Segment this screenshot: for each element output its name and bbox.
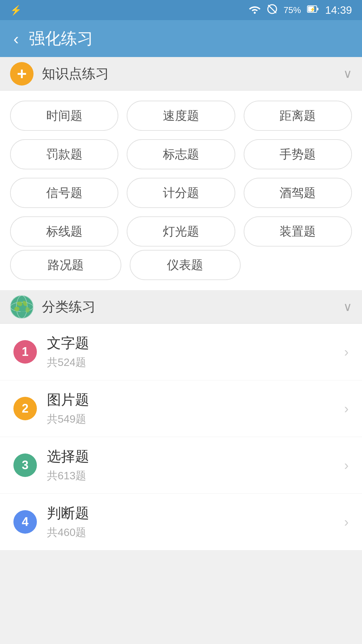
tag-btn-marking[interactable]: 标线题: [10, 216, 118, 247]
category-count-1: 共524题: [47, 355, 344, 370]
tag-btn-speed[interactable]: 速度题: [127, 101, 235, 131]
back-button[interactable]: ‹: [13, 30, 19, 48]
category-arrow-3: ›: [344, 458, 349, 473]
section1-chevron: ∨: [343, 67, 352, 81]
category-info-4: 判断题 共460题: [47, 504, 344, 540]
section1-label: 知识点练习: [42, 64, 335, 83]
section1-header[interactable]: + 知识点练习 ∨: [0, 57, 362, 91]
category-num-2: 2: [13, 397, 37, 420]
tag-btn-distance[interactable]: 距离题: [244, 101, 352, 131]
tag-btn-time[interactable]: 时间题: [10, 101, 118, 131]
category-name-4: 判断题: [47, 504, 344, 523]
section2-label: 分类练习: [42, 298, 335, 316]
category-count-3: 共613题: [47, 469, 344, 483]
category-num-1: 1: [13, 340, 37, 364]
section2-chevron: ∨: [343, 300, 352, 314]
category-info-3: 选择题 共613题: [47, 447, 344, 483]
tag-btn-gesture[interactable]: 手势题: [244, 139, 352, 169]
tag-btn-score[interactable]: 计分题: [127, 178, 235, 208]
category-num-4: 4: [13, 510, 37, 534]
svg-rect-4: [317, 8, 318, 10]
category-item-1[interactable]: 1 文字题 共524题 ›: [0, 324, 362, 380]
category-list: 1 文字题 共524题 › 2 图片题 共549题 › 3 选择题 共613题 …: [0, 324, 362, 550]
battery-text: 75%: [284, 5, 301, 15]
category-info-1: 文字题 共524题: [47, 334, 344, 370]
tag-row-partial: 路况题 仪表题: [0, 250, 362, 290]
no-sim-icon: [267, 4, 278, 17]
tag-btn-signal[interactable]: 信号题: [10, 178, 118, 208]
category-arrow-2: ›: [344, 401, 349, 416]
usb-icon: ⚡: [10, 5, 22, 16]
section2-header[interactable]: 分类练习 ∨: [0, 290, 362, 324]
tag-btn-instrument[interactable]: 仪表题: [130, 250, 241, 280]
category-name-3: 选择题: [47, 447, 344, 466]
category-count-4: 共460题: [47, 525, 344, 540]
category-item-3[interactable]: 3 选择题 共613题 ›: [0, 437, 362, 494]
status-time: 14:39: [325, 4, 352, 16]
category-info-2: 图片题 共549题: [47, 390, 344, 427]
category-item-4[interactable]: 4 判断题 共460题 ›: [0, 494, 362, 550]
globe-icon: [10, 295, 34, 319]
tag-btn-fine[interactable]: 罚款题: [10, 139, 118, 169]
battery-icon: ⚡: [307, 4, 319, 16]
page-title: 强化练习: [29, 28, 93, 49]
category-name-1: 文字题: [47, 334, 344, 353]
category-arrow-4: ›: [344, 515, 349, 530]
category-arrow-1: ›: [344, 344, 349, 360]
tag-btn-light[interactable]: 灯光题: [127, 216, 235, 247]
category-num-3: 3: [13, 453, 37, 477]
wifi-icon: [249, 4, 261, 16]
category-count-2: 共549题: [47, 412, 344, 427]
category-item-2[interactable]: 2 图片题 共549题 ›: [0, 380, 362, 437]
tag-btn-road[interactable]: 路况题: [10, 250, 121, 280]
top-bar: ‹ 强化练习: [0, 20, 362, 57]
tag-btn-device[interactable]: 装置题: [244, 216, 352, 247]
status-bar: ⚡ 75% ⚡ 14:39: [0, 0, 362, 20]
category-name-2: 图片题: [47, 390, 344, 409]
tag-btn-sign[interactable]: 标志题: [127, 139, 235, 169]
plus-icon: +: [10, 62, 34, 86]
tag-grid: 时间题 速度题 距离题 罚款题 标志题 手势题 信号题 计分题 酒驾题 标线题 …: [0, 91, 362, 250]
tag-btn-drunk[interactable]: 酒驾题: [244, 178, 352, 208]
svg-text:⚡: ⚡: [310, 7, 316, 12]
